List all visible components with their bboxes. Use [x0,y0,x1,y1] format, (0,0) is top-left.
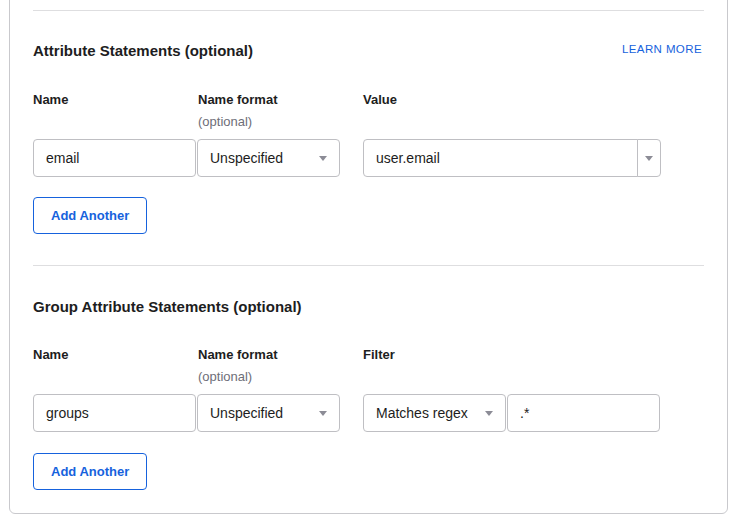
attribute-value-dropdown-button[interactable] [637,139,661,177]
triangle-down-icon [319,411,327,416]
top-divider [33,10,704,11]
group-attribute-name-format-select[interactable]: Unspecified [197,394,340,432]
attribute-statements-title: Attribute Statements (optional) [33,42,253,59]
column-header-filter: Filter [363,347,395,362]
settings-card [9,0,728,514]
learn-more-link[interactable]: LEARN MORE [622,43,702,55]
column-header-name-format: Name format [198,347,277,362]
group-attribute-filter-value-input[interactable] [507,394,660,432]
column-header-name: Name [33,347,68,362]
group-attribute-name-input[interactable] [33,394,196,432]
attribute-name-input[interactable] [33,139,196,177]
attribute-name-format-selected: Unspecified [210,150,283,166]
column-header-value: Value [363,92,397,107]
column-header-name-format-note: (optional) [198,114,252,129]
triangle-down-icon [485,411,493,416]
group-attribute-filter-type-select[interactable]: Matches regex [363,394,506,432]
group-attribute-name-format-selected: Unspecified [210,405,283,421]
column-header-name-format-note: (optional) [198,369,252,384]
add-another-group-attribute-button[interactable]: Add Another [33,453,147,490]
attribute-value-input[interactable] [363,139,638,177]
column-header-name-format: Name format [198,92,277,107]
group-attribute-filter-type-selected: Matches regex [376,405,468,421]
group-attribute-statements-title: Group Attribute Statements (optional) [33,298,302,315]
triangle-down-icon [319,156,327,161]
triangle-down-icon [645,156,653,161]
attribute-name-format-select[interactable]: Unspecified [197,139,340,177]
column-header-name: Name [33,92,68,107]
section-divider [33,265,704,266]
add-another-attribute-button[interactable]: Add Another [33,197,147,234]
